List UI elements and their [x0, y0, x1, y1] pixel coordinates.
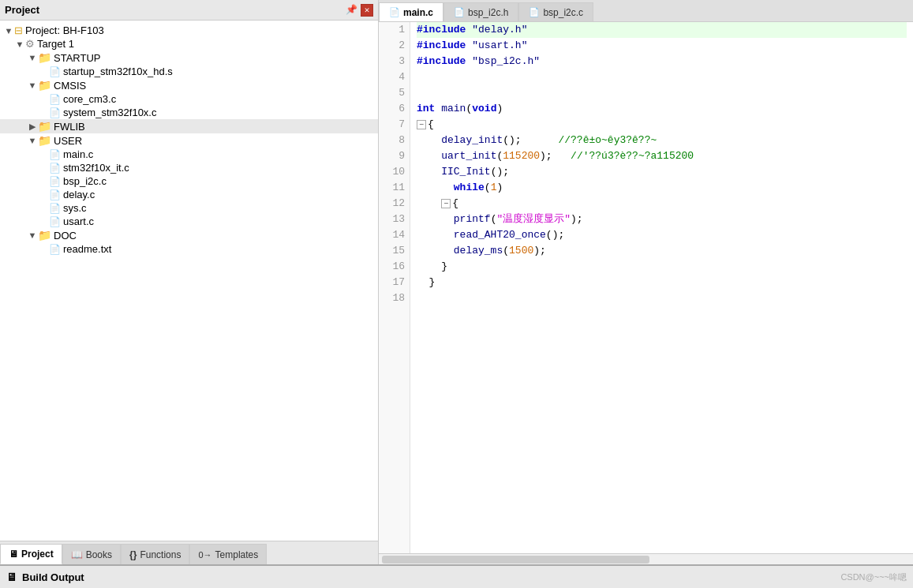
tree-startup-file[interactable]: 📄 startup_stm32f10x_hd.s [0, 65, 378, 78]
code-line-4 [417, 69, 907, 85]
horizontal-scrollbar[interactable] [382, 556, 649, 564]
tree-system-stm32[interactable]: 📄 system_stm32f10x.c [0, 106, 378, 119]
tab-functions-label: Functions [140, 549, 181, 560]
tab-books-label: Books [86, 549, 112, 560]
right-panel: 📄 main.c 📄 bsp_i2c.h 📄 bsp_i2c.c 1 2 3 4… [379, 0, 913, 564]
code-content: #include "delay.h" #include "usart.h" #i… [410, 22, 913, 553]
code-line-6: int main(void) [417, 101, 907, 117]
toggle-root[interactable]: ▼ [3, 26, 14, 36]
main-c-label: main.c [63, 148, 93, 160]
code-line-5 [417, 85, 907, 101]
toggle-user[interactable]: ▼ [27, 136, 38, 145]
startup-label: STARTUP [54, 52, 100, 64]
tab-templates-label: Templates [215, 549, 259, 560]
code-tab-bsp-i2c-h[interactable]: 📄 bsp_i2c.h [443, 2, 518, 21]
code-line-16: } [417, 259, 907, 275]
toggle-target1[interactable]: ▼ [14, 39, 25, 49]
main-area: Project 📌 ✕ ▼ ⊟ Project: BH-F103 ▼ ⚙ Tar… [0, 0, 913, 564]
tab-books[interactable]: 📖 Books [62, 544, 121, 564]
tree-core-cm3[interactable]: 📄 core_cm3.c [0, 92, 378, 106]
close-icon[interactable]: ✕ [361, 4, 373, 17]
fold-box-7[interactable]: − [417, 120, 426, 129]
code-scrollbar-area [379, 553, 913, 564]
readme-label: readme.txt [63, 243, 111, 255]
tree-bsp-i2c[interactable]: 📄 bsp_i2c.c [0, 174, 378, 188]
fold-box-12[interactable]: − [441, 199, 451, 208]
watermark: CSDN@~~~哞嗯 [840, 571, 907, 583]
code-line-17: } [417, 275, 907, 290]
toggle-doc[interactable]: ▼ [27, 230, 38, 240]
file-icon-main: 📄 [49, 149, 61, 160]
tree-startup[interactable]: ▼ 📁 STARTUP [0, 51, 378, 65]
tab-templates[interactable]: 0→ Templates [189, 544, 267, 564]
tree-sys-c[interactable]: 📄 sys.c [0, 201, 378, 215]
usart-c-label: usart.c [63, 215, 94, 227]
left-panel: Project 📌 ✕ ▼ ⊟ Project: BH-F103 ▼ ⚙ Tar… [0, 0, 379, 564]
tab-functions-icon: {} [129, 549, 137, 560]
code-line-18 [417, 290, 907, 306]
code-line-13: printf("温度湿度显示"); [417, 212, 907, 227]
tree-fwlib[interactable]: ▶ 📁 FWLIB [0, 119, 378, 133]
code-tabs-bar: 📄 main.c 📄 bsp_i2c.h 📄 bsp_i2c.c [379, 0, 913, 22]
folder-icon-user: 📁 [38, 134, 51, 147]
tab-project-icon: 🖥 [9, 549, 18, 560]
tree-usart-c[interactable]: 📄 usart.c [0, 215, 378, 228]
code-line-7: −{ [417, 117, 907, 133]
line-numbers: 1 2 3 4 5 6 7 8 9 10 11 12 13 14 15 16 1… [379, 22, 410, 553]
toggle-cmsis[interactable]: ▼ [27, 81, 38, 90]
tab-books-icon: 📖 [71, 549, 83, 560]
code-line-1: #include "delay.h" [417, 22, 907, 38]
delay-c-label: delay.c [63, 189, 95, 200]
code-line-3: #include "bsp_i2c.h" [417, 54, 907, 69]
code-line-2: #include "usart.h" [417, 38, 907, 54]
code-tab-bsp-i2c-c[interactable]: 📄 bsp_i2c.c [518, 2, 593, 21]
sys-c-label: sys.c [63, 202, 87, 214]
toggle-fwlib[interactable]: ▶ [27, 122, 38, 132]
tab-bsp-i2c-c-label: bsp_i2c.c [543, 7, 583, 18]
file-icon-usart: 📄 [49, 216, 61, 227]
target1-label: Target 1 [37, 38, 74, 50]
tab-main-c-icon: 📄 [389, 7, 400, 17]
system-stm32-label: system_stm32f10x.c [63, 107, 157, 118]
pin-icon[interactable]: 📌 [346, 4, 357, 16]
target-icon: ⚙ [25, 38, 35, 50]
tab-project-label: Project [21, 549, 54, 560]
tab-templates-icon: 0→ [198, 550, 211, 560]
tree-user[interactable]: ▼ 📁 USER [0, 133, 378, 148]
tree-delay-c[interactable]: 📄 delay.c [0, 188, 378, 201]
bottom-tabs-bar: 🖥 Project 📖 Books {} Functions 0→ Templa… [0, 541, 378, 564]
code-line-12: −{ [417, 196, 907, 212]
bsp-i2c-label: bsp_i2c.c [63, 175, 107, 187]
folder-icon-cmsis: 📁 [38, 79, 51, 92]
tab-bsp-i2c-h-icon: 📄 [454, 7, 465, 17]
file-icon-startup: 📄 [49, 66, 61, 77]
file-icon-readme: 📄 [49, 244, 61, 255]
tree-doc[interactable]: ▼ 📁 DOC [0, 228, 378, 242]
tree-main-c[interactable]: 📄 main.c [0, 148, 378, 161]
file-icon-stm32-it: 📄 [49, 163, 61, 174]
tab-functions[interactable]: {} Functions [121, 544, 189, 564]
tree-target1[interactable]: ▼ ⚙ Target 1 [0, 37, 378, 51]
stm32-it-label: stm32f10x_it.c [63, 162, 129, 174]
panel-header: Project 📌 ✕ [0, 0, 378, 21]
file-icon-system-stm32: 📄 [49, 107, 61, 118]
tree-readme[interactable]: 📄 readme.txt [0, 242, 378, 256]
code-area[interactable]: 1 2 3 4 5 6 7 8 9 10 11 12 13 14 15 16 1… [379, 22, 913, 553]
toggle-startup[interactable]: ▼ [27, 53, 38, 62]
build-output-label: Build Output [22, 571, 84, 583]
tree-stm32-it[interactable]: 📄 stm32f10x_it.c [0, 161, 378, 174]
tab-project[interactable]: 🖥 Project [0, 544, 62, 564]
file-icon-core-cm3: 📄 [49, 94, 61, 105]
user-label: USER [54, 135, 82, 147]
core-cm3-label: core_cm3.c [63, 93, 116, 105]
code-line-15: delay_ms(1500); [417, 243, 907, 259]
folder-icon-startup: 📁 [38, 51, 51, 64]
code-line-9: uart_init(115200); //'??ú3?è??~?a115200 [417, 148, 907, 164]
file-icon-bsp-i2c: 📄 [49, 176, 61, 187]
tree-root[interactable]: ▼ ⊟ Project: BH-F103 [0, 24, 378, 37]
code-tab-main-c[interactable]: 📄 main.c [379, 2, 443, 21]
build-output-bar: 🖥 Build Output [0, 564, 913, 588]
code-line-10: IIC_Init(); [417, 164, 907, 180]
panel-header-icons: 📌 ✕ [346, 4, 373, 17]
tree-cmsis[interactable]: ▼ 📁 CMSIS [0, 78, 378, 92]
